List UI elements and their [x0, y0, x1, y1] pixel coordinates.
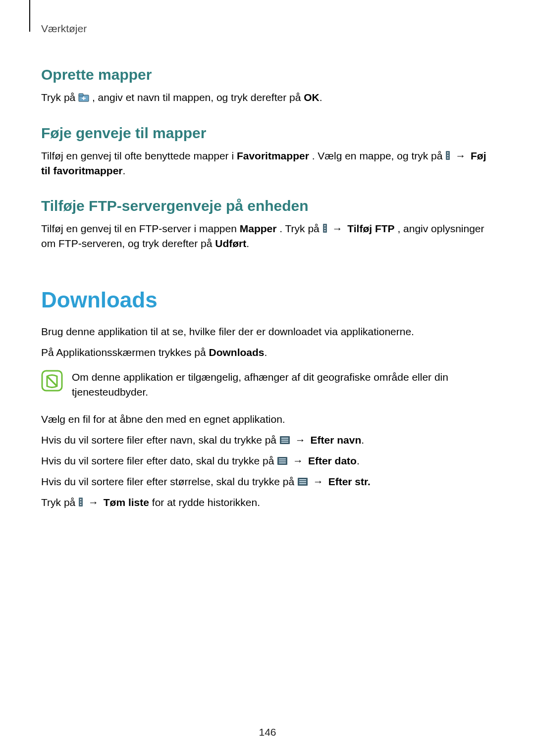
paragraph-open-downloads: På Applikationsskærmen trykkes på Downlo…: [41, 345, 496, 360]
text: for at rydde historikken.: [152, 497, 260, 508]
arrow-icon: →: [293, 433, 308, 448]
text: , angiv et navn til mappen, og tryk dere…: [92, 92, 304, 103]
heading-ftp-shortcuts: Tilføje FTP-servergenveje på enheden: [41, 198, 496, 214]
header-rule: [29, 0, 30, 32]
paragraph-ftp-shortcuts: Tilføj en genvej til en FTP-server i map…: [41, 221, 496, 251]
heading-create-folders: Oprette mapper: [41, 66, 496, 83]
paragraph-open-file: Vælg en fil for at åbne den med en egnet…: [41, 412, 496, 427]
paragraph-sort-date: Hvis du vil sortere filer efter dato, sk…: [41, 454, 496, 468]
arrow-icon: →: [453, 149, 468, 163]
text: Tilføj en genvej til en FTP-server i map…: [41, 223, 240, 234]
sort-icon: [279, 436, 290, 445]
note-icon: [41, 370, 63, 392]
label-ok: OK: [304, 92, 320, 103]
paragraph-sort-name: Hvis du vil sortere filer efter navn, sk…: [41, 433, 496, 448]
svg-point-26: [80, 499, 82, 500]
label-add-ftp: Tilføj FTP: [347, 223, 394, 234]
svg-rect-1: [79, 94, 83, 96]
label-downloads: Downloads: [209, 347, 264, 358]
text: .: [320, 92, 322, 103]
paragraph-sort-size: Hvis du vil sortere filer efter størrels…: [41, 474, 496, 489]
svg-rect-14: [281, 438, 288, 439]
svg-rect-24: [299, 483, 306, 484]
svg-point-27: [80, 501, 82, 503]
manual-page: Værktøjer Oprette mapper Tryk på , angiv…: [0, 0, 535, 756]
paragraph-create-folders: Tryk på , angiv et navn til mappen, og t…: [41, 90, 496, 105]
paragraph-add-shortcuts: Tilføj en genvej til ofte benyttede mapp…: [41, 149, 496, 178]
text: Hvis du vil sortere filer efter størrels…: [41, 476, 297, 487]
sort-icon: [297, 477, 308, 486]
paragraph-downloads-intro: Brug denne applikation til at se, hvilke…: [41, 324, 496, 339]
new-folder-icon: [78, 93, 89, 102]
text: På Applikationsskærmen trykkes på: [41, 347, 209, 358]
label-done: Udført: [215, 238, 246, 249]
svg-rect-16: [281, 442, 288, 443]
text: .: [123, 165, 126, 176]
svg-point-6: [447, 155, 449, 156]
label-by-name: Efter navn: [311, 434, 362, 446]
text: . Tryk på: [279, 223, 322, 234]
svg-rect-19: [279, 460, 286, 461]
breadcrumb: Værktøjer: [41, 23, 496, 35]
note-availability: Om denne applikation er tilgængelig, afh…: [41, 370, 496, 400]
text: Hvis du vil sortere filer efter navn, sk…: [41, 434, 279, 446]
svg-rect-18: [279, 458, 286, 459]
arrow-icon: →: [86, 495, 101, 510]
note-text: Om denne applikation er tilgængelig, afh…: [72, 370, 496, 400]
text: Hvis du vil sortere filer efter dato, sk…: [41, 455, 277, 466]
text: Tilføj en genvej til ofte benyttede mapp…: [41, 150, 237, 161]
svg-rect-15: [281, 440, 288, 441]
heading-downloads: Downloads: [41, 288, 496, 312]
menu-dots-icon: [445, 151, 450, 160]
sort-icon: [277, 456, 288, 465]
paragraph-clear-list: Tryk på → Tøm liste for at rydde histori…: [41, 495, 496, 510]
text: .: [357, 455, 360, 466]
arrow-icon: →: [291, 454, 305, 468]
label-by-size: Efter str.: [328, 476, 371, 487]
label-mapper: Mapper: [240, 223, 277, 234]
menu-dots-icon: [78, 497, 83, 507]
text: .: [265, 347, 268, 358]
label-by-date: Efter dato: [308, 455, 357, 466]
svg-rect-23: [299, 481, 306, 482]
text: . Vælg en mappe, og tryk på: [312, 150, 446, 161]
page-number: 146: [0, 726, 535, 738]
svg-point-5: [447, 152, 449, 154]
svg-point-28: [80, 504, 82, 505]
label-clear-list: Tøm liste: [104, 497, 149, 508]
label-favoritmapper: Favoritmapper: [237, 150, 309, 161]
arrow-icon: →: [311, 474, 325, 489]
text: .: [361, 434, 364, 446]
svg-rect-20: [279, 462, 286, 463]
svg-point-10: [324, 228, 325, 229]
text: Tryk på: [41, 92, 78, 103]
svg-point-7: [447, 157, 449, 159]
svg-rect-22: [299, 479, 306, 480]
heading-add-shortcuts: Føje genveje til mapper: [41, 125, 496, 142]
svg-point-11: [324, 230, 325, 232]
svg-point-9: [324, 225, 325, 227]
menu-dots-icon: [322, 223, 327, 233]
arrow-icon: →: [330, 221, 344, 236]
text: .: [246, 238, 249, 249]
text: Tryk på: [41, 497, 78, 508]
